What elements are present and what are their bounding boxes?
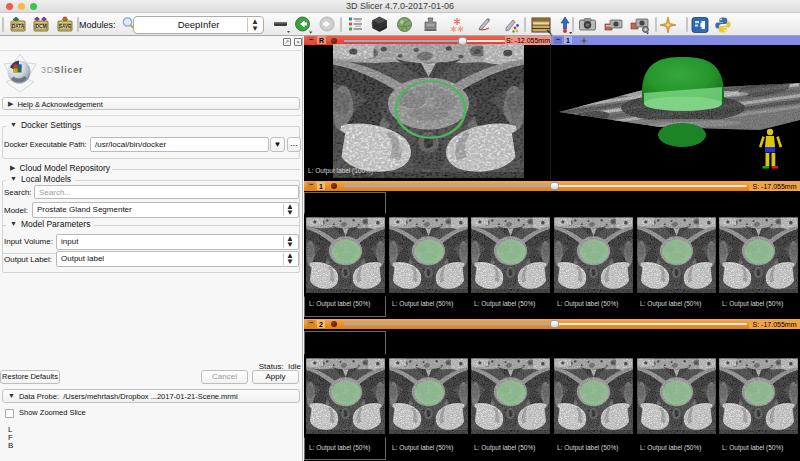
- svg-text:DCM: DCM: [36, 24, 47, 29]
- svg-text:DATA: DATA: [12, 24, 25, 29]
- svg-text:SAVE: SAVE: [59, 24, 71, 29]
